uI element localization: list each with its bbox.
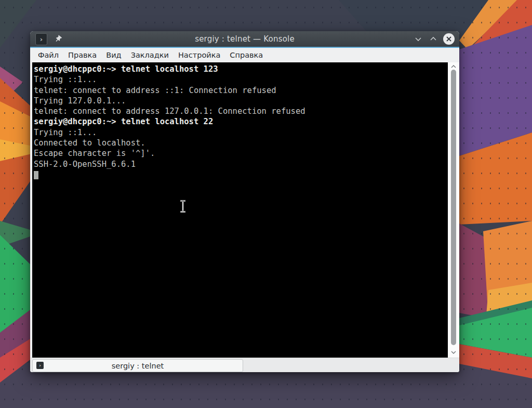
ibeam-pointer — [179, 199, 187, 214]
menu-settings[interactable]: Настройка — [178, 51, 220, 59]
terminal-block-cursor — [34, 171, 38, 179]
tab-bar: › sergiy : telnet — [30, 358, 459, 372]
tab-sergiy-telnet[interactable]: › sergiy : telnet — [32, 359, 243, 372]
terminal-output[interactable]: sergiy@dhcppc0:~> telnet localhost 123Tr… — [32, 62, 448, 358]
maximize-button[interactable] — [428, 34, 438, 44]
terminal-line: Trying 127.0.0.1... — [34, 96, 448, 106]
titlebar[interactable]: › sergiy : telnet — Konsole — [30, 31, 459, 47]
menubar: Файл Правка Вид Закладки Настройка Справ… — [30, 48, 459, 62]
scrollbar[interactable] — [448, 62, 459, 358]
terminal-tab-icon: › — [36, 362, 44, 369]
terminal-line: Trying ::1... — [34, 74, 448, 85]
menu-help[interactable]: Справка — [230, 51, 263, 59]
scrollbar-up-icon[interactable] — [448, 63, 459, 70]
terminal-line: Connected to localhost. — [34, 138, 448, 148]
menu-file[interactable]: Файл — [38, 51, 59, 59]
terminal-line: sergiy@dhcppc0:~> telnet localhost 123 — [34, 64, 448, 74]
close-icon — [446, 36, 452, 42]
terminal-line: sergiy@dhcppc0:~> telnet localhost 22 — [34, 116, 448, 127]
scrollbar-thumb[interactable] — [451, 70, 456, 345]
menu-view[interactable]: Вид — [106, 51, 121, 59]
konsole-window: › sergiy : telnet — Konsole — [30, 31, 459, 372]
terminal-line: Escape character is '^]'. — [34, 148, 448, 159]
terminal-line: telnet: connect to address 127.0.0.1: Co… — [34, 106, 448, 116]
window-title: sergiy : telnet — Konsole — [30, 34, 459, 44]
terminal-cursor-line — [34, 169, 448, 180]
tab-label: sergiy : telnet — [112, 362, 164, 370]
terminal-line: telnet: connect to address ::1: Connecti… — [34, 85, 448, 96]
minimize-button[interactable] — [413, 34, 423, 44]
terminal-line: Trying ::1... — [34, 127, 448, 138]
konsole-app-icon[interactable]: › — [35, 33, 47, 45]
scrollbar-down-icon[interactable] — [448, 349, 459, 356]
menu-bookmarks[interactable]: Закладки — [131, 51, 169, 59]
terminal-line: SSH-2.0-OpenSSH_6.6.1 — [34, 159, 448, 169]
menu-edit[interactable]: Правка — [68, 51, 97, 59]
close-button[interactable] — [443, 33, 455, 45]
pin-icon[interactable] — [52, 34, 63, 44]
